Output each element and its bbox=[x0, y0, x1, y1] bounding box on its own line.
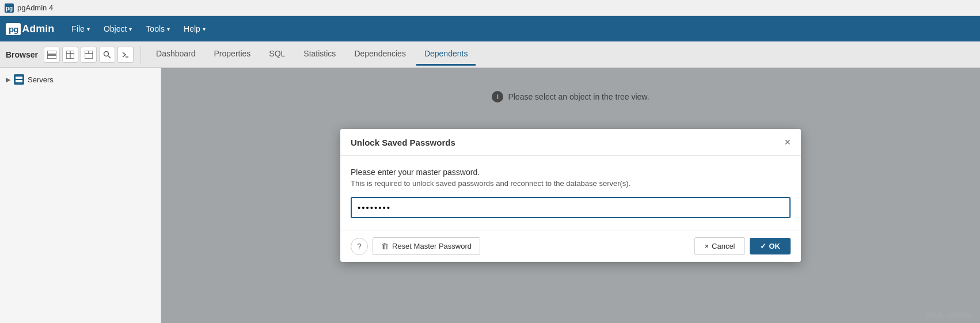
search-toolbar-button[interactable] bbox=[99, 47, 115, 63]
terminal-toolbar-icon[interactable] bbox=[117, 47, 134, 63]
svg-rect-2 bbox=[47, 51, 56, 54]
chevron-down-icon: ▾ bbox=[167, 26, 170, 32]
servers-icon bbox=[14, 74, 24, 85]
titlebar: pg pgAdmin 4 bbox=[0, 0, 980, 16]
titlebar-text: pgAdmin 4 bbox=[17, 3, 53, 12]
tab-statistics[interactable]: Statistics bbox=[295, 43, 344, 66]
svg-rect-13 bbox=[16, 77, 22, 79]
svg-point-10 bbox=[104, 51, 109, 56]
tab-properties[interactable]: Properties bbox=[206, 43, 259, 66]
menu-file[interactable]: File ▾ bbox=[66, 21, 96, 37]
tab-dependencies[interactable]: Dependencies bbox=[346, 43, 414, 66]
svg-text:pg: pg bbox=[6, 5, 13, 12]
table-toolbar-icon[interactable] bbox=[62, 47, 78, 63]
menu-object[interactable]: Object ▾ bbox=[98, 21, 138, 37]
logo: pg Admin bbox=[6, 23, 54, 35]
logo-box: pg bbox=[6, 23, 21, 35]
dialog-title: Unlock Saved Passwords bbox=[351, 138, 455, 147]
chevron-down-icon: ▾ bbox=[203, 26, 206, 32]
footer-right: × Cancel ✓ OK bbox=[694, 237, 791, 255]
ok-check-icon: ✓ bbox=[760, 242, 766, 250]
dialog-footer: ? 🗑 Reset Master Password × Cancel bbox=[340, 230, 801, 262]
browser-label: Browser bbox=[6, 50, 38, 59]
cancel-button[interactable]: × Cancel bbox=[694, 237, 745, 255]
dialog-body: Please enter your master password. This … bbox=[340, 156, 801, 230]
svg-rect-14 bbox=[16, 80, 22, 82]
svg-rect-3 bbox=[47, 55, 56, 59]
view-toolbar-icon[interactable] bbox=[81, 47, 97, 63]
dialog-description-sub: This is required to unlock saved passwor… bbox=[351, 179, 791, 188]
chevron-down-icon: ▾ bbox=[129, 26, 132, 32]
tab-dashboard[interactable]: Dashboard bbox=[148, 43, 204, 66]
password-input[interactable] bbox=[351, 197, 791, 218]
reset-icon: 🗑 bbox=[381, 242, 389, 250]
watermark: CSDN @llllllllaii bbox=[925, 311, 973, 320]
browser-toolbar: Browser Dashboard Properties SQL Statist… bbox=[0, 41, 980, 68]
menu-tools[interactable]: Tools ▾ bbox=[140, 21, 176, 37]
dialog-header: Unlock Saved Passwords × bbox=[340, 129, 801, 156]
chevron-down-icon: ▾ bbox=[87, 26, 90, 32]
dialog-description: Please enter your master password. bbox=[351, 168, 791, 177]
server-toolbar-icon[interactable] bbox=[44, 47, 60, 63]
reset-master-password-button[interactable]: 🗑 Reset Master Password bbox=[373, 237, 480, 255]
ok-button[interactable]: ✓ OK bbox=[750, 238, 791, 254]
modal-overlay: Unlock Saved Passwords × Please enter yo… bbox=[161, 68, 980, 323]
menu-help[interactable]: Help ▾ bbox=[178, 21, 211, 37]
servers-label: Servers bbox=[28, 75, 54, 84]
tab-sql[interactable]: SQL bbox=[261, 43, 293, 66]
sidebar: ▶ Servers bbox=[0, 68, 161, 323]
app-icon: pg bbox=[5, 3, 14, 13]
tabs-divider bbox=[140, 46, 141, 63]
main-layout: ▶ Servers i Please select an object in t… bbox=[0, 68, 980, 323]
tab-dependents[interactable]: Dependents bbox=[416, 43, 476, 66]
footer-left: ? 🗑 Reset Master Password bbox=[351, 237, 480, 255]
cancel-icon: × bbox=[704, 242, 709, 250]
help-button[interactable]: ? bbox=[351, 238, 368, 255]
menubar: pg Admin File ▾ Object ▾ Tools ▾ Help ▾ bbox=[0, 16, 980, 41]
svg-line-11 bbox=[108, 56, 111, 58]
expand-icon: ▶ bbox=[6, 76, 10, 83]
sidebar-item-servers[interactable]: ▶ Servers bbox=[0, 71, 161, 88]
dialog-close-button[interactable]: × bbox=[784, 137, 791, 147]
content-area: i Please select an object in the tree vi… bbox=[161, 68, 980, 323]
logo-text: Admin bbox=[22, 23, 54, 35]
dialog: Unlock Saved Passwords × Please enter yo… bbox=[340, 129, 801, 262]
